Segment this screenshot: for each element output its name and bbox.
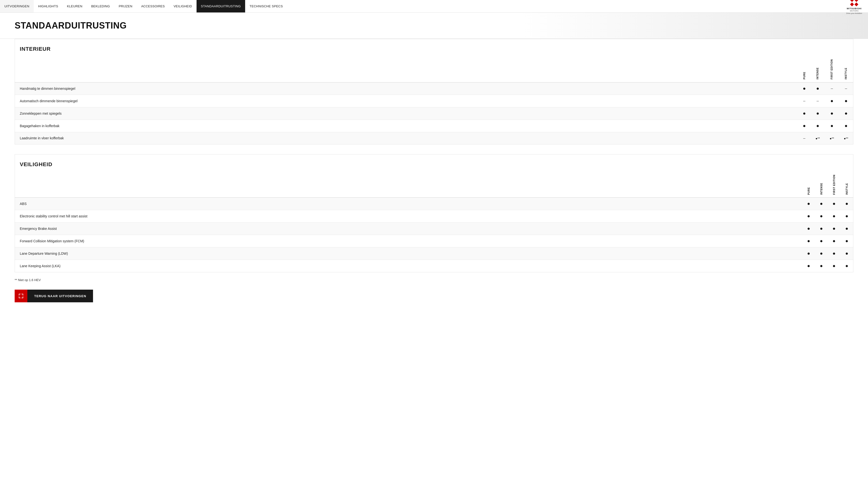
nav-kleuren[interactable]: KLEUREN <box>63 0 87 12</box>
check-pure: ● <box>802 198 815 210</box>
col-pure-v: PURE <box>802 171 815 198</box>
footer-note: ** Niet op 1.6 HEV <box>14 278 854 282</box>
dash-icon: – <box>817 99 819 103</box>
check-pure: ● <box>802 248 815 260</box>
check-first: ●** <box>825 132 839 144</box>
svg-rect-5 <box>19 298 21 298</box>
dot-icon: ● <box>816 123 819 128</box>
check-first: ● <box>828 248 840 260</box>
check-pure: ● <box>802 210 815 223</box>
page-title: STANDAARDUITRUSTING <box>14 21 854 31</box>
check-instyle: ● <box>840 223 853 235</box>
feature-label: Handmatig te dimmen binnenspiegel <box>15 82 798 95</box>
interieur-table: INTERIEUR PURE INTENSE FIRST EDITION INS… <box>15 39 853 144</box>
table-row: Handmatig te dimmen binnenspiegel ● ● – … <box>15 82 853 95</box>
table-row: Emergency Brake Assist ● ● ● ● <box>15 223 853 235</box>
logo-diamonds <box>850 0 858 6</box>
table-row: Lane Keeping Assist (LKA) ● ● ● ● <box>15 260 853 272</box>
dot-icon: ● <box>807 201 810 206</box>
nav-highlights[interactable]: HIGHLIGHTS <box>34 0 63 12</box>
check-instyle: – <box>839 82 853 95</box>
check-instyle: ● <box>839 120 853 132</box>
svg-rect-1 <box>19 294 19 295</box>
check-first: ● <box>828 223 840 235</box>
col-intense-v: INTENSE <box>815 171 828 198</box>
dot-icon: ● <box>820 263 823 268</box>
dot-icon: ● <box>803 86 806 91</box>
col-feature <box>15 56 798 82</box>
check-first: ● <box>825 95 839 107</box>
table-row: Zonnekleppen met spiegels ● ● ● ● <box>15 107 853 120</box>
check-first: ● <box>828 260 840 272</box>
check-pure: ● <box>802 235 815 248</box>
dot-icon: ● <box>803 110 806 116</box>
interieur-title: INTERIEUR <box>20 46 51 52</box>
footer-note-text: ** Niet op 1.6 HEV <box>14 278 41 282</box>
dot-icon: ● <box>845 263 848 268</box>
dot-icon: ● <box>833 201 836 206</box>
table-row: Forward Collision Mitigation system (FCM… <box>15 235 853 248</box>
dot-icon: ● <box>845 213 848 219</box>
nav-bekleding[interactable]: BEKLEDING <box>87 0 114 12</box>
dot-icon: ● <box>844 98 847 103</box>
check-intense: ● <box>815 260 828 272</box>
check-intense: ● <box>811 120 825 132</box>
check-instyle: ● <box>840 235 853 248</box>
dot-icon: ● <box>803 123 806 128</box>
check-first: – <box>825 82 839 95</box>
check-intense: ● <box>815 198 828 210</box>
dot-icon: ● <box>833 213 836 219</box>
dot-icon: ● <box>844 123 847 128</box>
dot-icon: ● <box>833 251 836 256</box>
check-instyle: ● <box>840 248 853 260</box>
dot-icon: ● <box>833 263 836 268</box>
check-pure: ● <box>802 260 815 272</box>
dot-icon: ● <box>844 110 847 116</box>
diamond-3 <box>850 2 854 6</box>
dot-icon: ● <box>807 226 810 231</box>
veiligheid-header-row: VEILIGHEID <box>15 155 853 171</box>
check-instyle: ● <box>839 95 853 107</box>
diamond-4 <box>854 2 858 6</box>
dot-icon: ● <box>816 86 819 91</box>
nav-technische-specs[interactable]: TECHNISCHE SPECS <box>245 0 287 12</box>
check-pure: ● <box>802 223 815 235</box>
logo-area: MITSUBISHI MOTORS Drive your Ambition <box>840 0 868 12</box>
interieur-col-headers: PURE INTENSE FIRST EDITION INSTYLE <box>15 56 853 82</box>
nav-veiligheid[interactable]: VEILIGHEID <box>169 0 196 12</box>
nav-accessoires[interactable]: ACCESSOIRES <box>137 0 169 12</box>
nav-prijzen[interactable]: PRIJZEN <box>114 0 137 12</box>
table-row: Lane Departure Warning (LDW) ● ● ● ● <box>15 248 853 260</box>
dot-star-icon: ●** <box>815 137 820 140</box>
dot-icon: ● <box>845 251 848 256</box>
page-hero: STANDAARDUITRUSTING <box>0 13 868 39</box>
check-instyle: ● <box>840 210 853 223</box>
dot-icon: ● <box>820 213 823 219</box>
nav-uitvoeringen[interactable]: UITVOERINGEN <box>0 0 34 12</box>
main-nav: UITVOERINGEN HIGHLIGHTS KLEUREN BEKLEDIN… <box>0 0 868 13</box>
check-pure: ● <box>798 107 811 120</box>
dot-icon: ● <box>830 98 833 103</box>
dot-icon: ● <box>845 226 848 231</box>
check-first: ● <box>825 107 839 120</box>
dot-icon: ● <box>820 201 823 206</box>
feature-label: ABS <box>15 198 802 210</box>
section-veiligheid: VEILIGHEID PURE INTENSE FIRST EDITION IN… <box>14 154 854 272</box>
svg-rect-7 <box>23 296 23 298</box>
check-pure: ● <box>798 82 811 95</box>
feature-label: Forward Collision Mitigation system (FCM… <box>15 235 802 248</box>
back-button[interactable]: TERUG NAAR UITVOERINGEN <box>27 290 93 302</box>
check-pure: – <box>798 132 811 144</box>
back-button-area: TERUG NAAR UITVOERINGEN <box>14 290 854 302</box>
dash-icon: – <box>803 136 805 140</box>
col-feature-v <box>15 171 802 198</box>
logo-tagline: Drive your Ambition <box>846 12 862 14</box>
feature-label: Lane Keeping Assist (LKA) <box>15 260 802 272</box>
check-intense: ● <box>815 248 828 260</box>
col-intense-1: INTENSE <box>811 56 825 82</box>
nav-standaarduitrusting[interactable]: STANDAARDUITRUSTING <box>196 0 245 12</box>
check-first: ● <box>828 210 840 223</box>
dot-icon: ● <box>807 238 810 243</box>
dot-icon: ● <box>807 251 810 256</box>
feature-label: Electronic stability control met hill st… <box>15 210 802 223</box>
